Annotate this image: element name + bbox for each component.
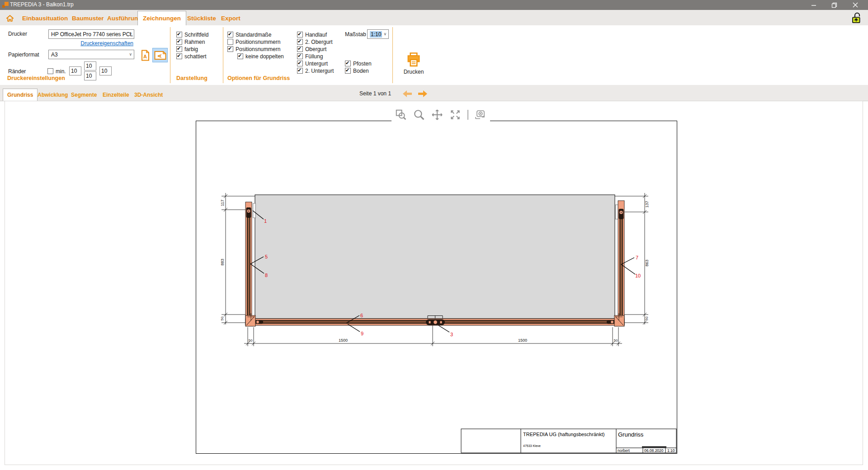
zoom-window-tool[interactable] <box>395 109 407 121</box>
group-separator <box>392 27 393 83</box>
rahmen-checkbox[interactable]: Rahmen <box>176 38 205 45</box>
portrait-page-icon: A <box>141 50 150 61</box>
balcony-floor <box>255 195 615 319</box>
svg-text:5: 5 <box>265 254 268 259</box>
zoom-tool[interactable] <box>413 109 425 121</box>
zoom-window-icon <box>395 109 407 121</box>
zweiter-untergurt-checkbox[interactable]: 2. Untergurt <box>297 67 334 74</box>
right-post <box>616 201 625 325</box>
schattiert-checkbox[interactable]: schattiert <box>176 53 207 60</box>
fit-view-tool[interactable] <box>449 109 461 121</box>
group-separator <box>170 27 170 83</box>
tape-measure-icon <box>475 109 486 121</box>
titleblock-author: norbert <box>618 448 630 453</box>
svg-text:1500: 1500 <box>518 338 527 343</box>
title-block: TREPEDIA UG (haftungsbeschränkt) 47533 K… <box>461 429 676 453</box>
grundriss-drawing: 117 883 50 137 863 50 50 1500 1500 50 <box>196 121 677 453</box>
standardmasse-checkbox[interactable]: Standardmaße <box>227 31 271 38</box>
untergurt-checkbox[interactable]: Untergurt <box>297 60 328 67</box>
chevron-down-icon: ∨ <box>129 32 132 36</box>
svg-text:50: 50 <box>220 316 224 320</box>
svg-text:1: 1 <box>264 218 267 224</box>
keine-doppelten-checkbox[interactable]: keine doppelten <box>237 53 284 60</box>
handlauf-checkbox[interactable]: Handlauf <box>297 31 327 38</box>
move-icon <box>431 109 443 121</box>
margin-bottom-input[interactable] <box>84 71 96 80</box>
close-button[interactable] <box>846 0 864 10</box>
svg-text:50: 50 <box>249 338 253 343</box>
group-separator <box>223 27 223 83</box>
tab-export[interactable]: Export <box>216 11 245 25</box>
portrait-orientation-button[interactable]: A <box>139 48 151 62</box>
magnifier-icon <box>413 109 425 121</box>
svg-text:8: 8 <box>265 273 268 278</box>
zweiter-obergurt-checkbox[interactable]: 2. Obergurt <box>297 38 333 45</box>
printer-select[interactable]: HP OfficeJet Pro 7740 series PCL ∨ <box>48 29 134 39</box>
window-title: TREPEDIA 3 - Balkon1.trp <box>10 1 74 8</box>
titleblock-date: 06.08.2020 <box>644 448 664 453</box>
tab-einbausituation[interactable]: Einbausituation <box>17 11 73 25</box>
raender-label: Ränder <box>8 68 26 75</box>
svg-text:3: 3 <box>450 332 453 337</box>
app-logo-icon <box>2 1 9 9</box>
farbig-checkbox[interactable]: farbig <box>176 46 198 52</box>
paper-format-select[interactable]: A3 ∨ <box>48 50 134 59</box>
ribbon-panel: Drucker HP OfficeJet Pro 7740 series PCL… <box>0 25 868 85</box>
view-tab-abwicklung[interactable]: Abwicklung <box>33 89 72 101</box>
group-label-darstellung: Darstellung <box>176 75 208 81</box>
restore-button[interactable] <box>825 0 843 10</box>
printer-icon <box>406 52 422 67</box>
svg-text:117: 117 <box>220 200 225 206</box>
view-tab-segmente[interactable]: Segmente <box>67 89 101 101</box>
page-navigator: Seite 1 von 1 <box>359 88 428 99</box>
page-indicator: Seite 1 von 1 <box>359 90 391 97</box>
positionsnummern-checkbox-2[interactable]: Positionsnummern <box>227 46 280 52</box>
tab-stueckliste[interactable]: Stückliste <box>182 11 221 25</box>
svg-text:A: A <box>143 54 147 59</box>
min-margins-checkbox[interactable]: min. <box>47 68 66 75</box>
svg-text:863: 863 <box>645 259 649 266</box>
titleblock-company: TREPEDIA UG (haftungsbeschränkt) <box>523 432 604 437</box>
view-tab-einzelteile[interactable]: Einzelteile <box>99 89 133 101</box>
fuellung-checkbox[interactable]: Füllung <box>297 53 323 60</box>
schriftfeld-checkbox[interactable]: Schriftfeld <box>176 31 208 38</box>
minimize-button[interactable] <box>805 0 823 10</box>
printer-properties-link[interactable]: Druckereigenschaften <box>48 40 133 47</box>
margin-right-input[interactable] <box>99 66 112 75</box>
tab-zeichnungen[interactable]: Zeichnungen <box>137 11 186 25</box>
title-bar: TREPEDIA 3 - Balkon1.trp <box>0 0 868 10</box>
papierformat-label: Papierformat <box>8 52 39 58</box>
left-post <box>245 202 256 325</box>
previous-page-button[interactable] <box>402 90 413 98</box>
pfosten-checkbox[interactable]: Pfosten <box>345 60 372 67</box>
ribbon-tab-row: Einbausituation Baumuster Ausführung Zei… <box>0 10 868 25</box>
svg-text:50: 50 <box>645 316 649 320</box>
svg-text:137: 137 <box>645 201 649 207</box>
home-icon <box>5 14 14 23</box>
landscape-orientation-button[interactable]: A <box>152 48 168 62</box>
chevron-down-icon: ∨ <box>129 52 132 56</box>
measure-tool[interactable] <box>475 109 486 121</box>
unlock-icon[interactable] <box>851 12 863 24</box>
view-tab-grundriss[interactable]: Grundriss <box>3 89 38 101</box>
pan-tool[interactable] <box>431 109 443 121</box>
margin-left-input[interactable] <box>69 66 81 75</box>
toolbar-separator <box>467 110 468 120</box>
margin-top-input[interactable] <box>84 61 96 70</box>
landscape-page-icon: A <box>154 51 166 60</box>
next-page-button[interactable] <box>417 90 428 98</box>
view-tab-3d-ansicht[interactable]: 3D-Ansicht <box>130 89 167 101</box>
scale-select[interactable]: 1:10 ∨ <box>367 29 389 39</box>
group-label-optionen-grundriss: Optionen für Grundriss <box>227 75 290 81</box>
home-tab[interactable] <box>4 12 16 24</box>
svg-text:A: A <box>157 54 162 57</box>
positionsnummern-checkbox-1[interactable]: Positionsnummern <box>227 38 280 45</box>
boden-checkbox[interactable]: Boden <box>345 67 369 74</box>
svg-text:9: 9 <box>361 331 363 336</box>
svg-text:1500: 1500 <box>339 338 348 343</box>
obergurt-checkbox[interactable]: Obergurt <box>297 46 326 52</box>
svg-text:10: 10 <box>635 273 641 278</box>
drucken-button[interactable]: Drucken <box>396 52 431 82</box>
group-label-druckereinstellungen: Druckereinstellungen <box>7 75 65 81</box>
svg-text:883: 883 <box>220 258 225 265</box>
